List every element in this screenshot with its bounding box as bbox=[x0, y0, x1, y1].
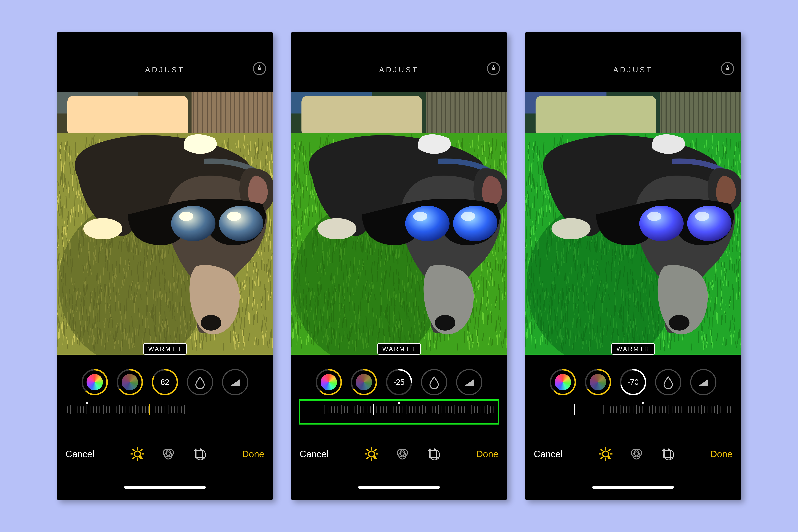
svg-line-3295 bbox=[375, 449, 376, 451]
svg-line-617 bbox=[257, 338, 257, 345]
svg-line-1643 bbox=[133, 449, 134, 451]
crop-mode-icon[interactable] bbox=[426, 446, 441, 461]
vibrance-tool[interactable] bbox=[81, 369, 108, 395]
crop-mode-icon[interactable] bbox=[660, 446, 675, 461]
tint-tool[interactable] bbox=[655, 369, 681, 395]
cancel-button[interactable]: Cancel bbox=[534, 449, 563, 459]
adjust-mode-icon[interactable] bbox=[130, 446, 145, 461]
adjustment-tools-row[interactable]: -70 bbox=[525, 363, 741, 401]
photo-preview[interactable]: WARMTH bbox=[525, 85, 741, 362]
svg-line-591 bbox=[69, 147, 70, 155]
photo-preview[interactable]: WARMTH bbox=[57, 85, 273, 362]
svg-line-1974 bbox=[476, 307, 477, 311]
svg-line-170 bbox=[268, 342, 268, 348]
svg-line-1020 bbox=[270, 272, 270, 277]
svg-line-3460 bbox=[540, 174, 540, 179]
svg-line-1526 bbox=[78, 205, 79, 212]
crop-mode-icon[interactable] bbox=[192, 446, 207, 461]
tint-tool[interactable] bbox=[187, 369, 213, 395]
svg-point-4949 bbox=[633, 452, 640, 459]
done-button[interactable]: Done bbox=[710, 449, 733, 459]
auto-enhance-icon[interactable] bbox=[487, 62, 500, 75]
svg-line-2760 bbox=[435, 331, 435, 342]
svg-line-1947 bbox=[296, 310, 296, 316]
home-indicator[interactable] bbox=[358, 486, 440, 489]
vibrance-tool[interactable] bbox=[550, 369, 576, 395]
home-indicator[interactable] bbox=[592, 486, 674, 489]
svg-line-2880 bbox=[297, 335, 297, 345]
svg-line-224 bbox=[245, 308, 246, 315]
sharpness-tool[interactable] bbox=[222, 369, 248, 395]
svg-line-4585 bbox=[718, 314, 718, 323]
svg-line-3754 bbox=[526, 290, 527, 302]
svg-line-454 bbox=[58, 290, 58, 302]
value-slider[interactable] bbox=[291, 401, 507, 424]
done-button[interactable]: Done bbox=[242, 449, 264, 459]
svg-line-363 bbox=[272, 141, 272, 152]
svg-line-2670 bbox=[504, 272, 504, 277]
svg-line-689 bbox=[58, 205, 59, 210]
saturation-tool[interactable] bbox=[117, 369, 143, 395]
svg-line-2419 bbox=[296, 173, 297, 182]
slider-marker[interactable] bbox=[574, 404, 575, 415]
tint-tool[interactable] bbox=[421, 369, 447, 395]
svg-line-3250 bbox=[476, 330, 477, 336]
warmth-tool[interactable]: -25 bbox=[386, 369, 412, 395]
warmth-tool[interactable]: -70 bbox=[620, 369, 646, 395]
auto-enhance-icon[interactable] bbox=[721, 62, 734, 75]
svg-line-2065 bbox=[426, 339, 426, 349]
adjust-mode-icon[interactable] bbox=[364, 446, 379, 461]
filters-mode-icon[interactable] bbox=[395, 446, 410, 461]
svg-line-509 bbox=[230, 331, 230, 343]
svg-line-255 bbox=[269, 237, 269, 241]
svg-line-3601 bbox=[526, 182, 526, 185]
vibrance-tool[interactable] bbox=[316, 369, 342, 395]
svg-line-4342 bbox=[537, 153, 537, 157]
svg-line-3807 bbox=[527, 302, 527, 308]
svg-line-2071 bbox=[309, 195, 309, 206]
saturation-tool[interactable] bbox=[351, 369, 377, 395]
svg-line-4270 bbox=[725, 147, 726, 151]
svg-line-2800 bbox=[299, 159, 299, 164]
svg-line-507 bbox=[59, 302, 59, 308]
svg-line-160 bbox=[72, 174, 72, 179]
phone-screen: ADJUST bbox=[57, 32, 273, 500]
svg-line-3766 bbox=[732, 315, 733, 320]
filters-mode-icon[interactable] bbox=[629, 446, 644, 461]
done-button[interactable]: Done bbox=[476, 449, 498, 459]
svg-line-3602 bbox=[737, 245, 737, 252]
svg-line-457 bbox=[68, 141, 68, 146]
svg-line-2124 bbox=[505, 281, 505, 291]
value-slider[interactable] bbox=[57, 401, 273, 424]
bottom-bar: Cancel Done bbox=[57, 424, 273, 484]
adjustment-name-chip: WARMTH bbox=[143, 343, 187, 355]
svg-line-3701 bbox=[671, 334, 672, 340]
auto-enhance-icon[interactable] bbox=[253, 62, 266, 75]
filters-mode-icon[interactable] bbox=[161, 446, 176, 461]
svg-line-4941 bbox=[601, 457, 602, 459]
svg-point-4927 bbox=[687, 206, 732, 241]
svg-line-2494 bbox=[316, 198, 316, 203]
svg-line-1230 bbox=[63, 335, 63, 345]
warmth-tool[interactable]: 82 bbox=[152, 369, 178, 395]
sharpness-tool[interactable] bbox=[456, 369, 482, 395]
value-slider[interactable] bbox=[525, 401, 741, 424]
cancel-button[interactable]: Cancel bbox=[300, 449, 328, 459]
sharpness-tool[interactable] bbox=[690, 369, 717, 395]
slider-marker[interactable] bbox=[373, 404, 374, 415]
svg-line-4462 bbox=[536, 187, 537, 193]
svg-line-636 bbox=[58, 254, 59, 261]
svg-line-844 bbox=[81, 198, 82, 203]
adjustment-tools-row[interactable]: 82 bbox=[57, 363, 273, 401]
photo-preview[interactable]: WARMTH bbox=[291, 85, 507, 362]
cancel-button[interactable]: Cancel bbox=[65, 449, 94, 459]
svg-line-1336 bbox=[242, 297, 243, 302]
slider-origin-dot bbox=[86, 402, 88, 404]
slider-marker[interactable] bbox=[149, 404, 150, 415]
adjustment-tools-row[interactable]: -25 bbox=[291, 363, 507, 401]
adjust-mode-icon[interactable] bbox=[598, 446, 613, 461]
saturation-tool[interactable] bbox=[585, 369, 611, 395]
svg-line-276 bbox=[73, 163, 73, 168]
svg-line-4073 bbox=[555, 213, 556, 220]
home-indicator[interactable] bbox=[124, 486, 206, 489]
